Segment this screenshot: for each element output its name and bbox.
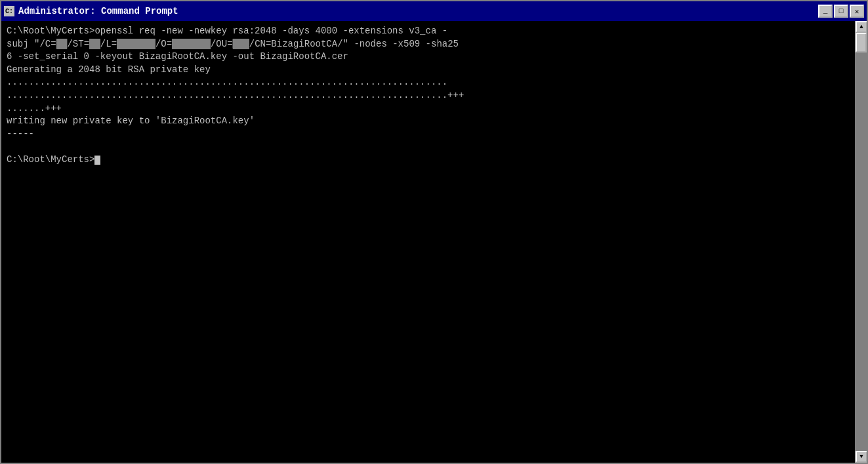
maximize-button[interactable]: □ [834, 5, 848, 18]
title-bar-left: C: Administrator: Command Prompt [4, 6, 178, 16]
title-bar: C: Administrator: Command Prompt _ □ ✕ [1, 1, 867, 21]
scrollbar[interactable]: ▲ ▼ [855, 21, 867, 463]
terminal-output[interactable]: C:\Root\MyCerts>openssl req -new -newkey… [1, 21, 855, 463]
scroll-thumb[interactable] [856, 33, 867, 53]
scroll-track [856, 33, 867, 451]
window: C: Administrator: Command Prompt _ □ ✕ C… [0, 0, 868, 464]
content-area: C:\Root\MyCerts>openssl req -new -newkey… [1, 21, 867, 463]
scroll-down-button[interactable]: ▼ [856, 451, 867, 463]
title-bar-buttons: _ □ ✕ [818, 5, 864, 18]
window-title: Administrator: Command Prompt [18, 6, 178, 16]
scroll-up-button[interactable]: ▲ [856, 21, 867, 33]
terminal-icon: C: [4, 6, 14, 16]
close-button[interactable]: ✕ [850, 5, 864, 18]
minimize-button[interactable]: _ [818, 5, 833, 18]
